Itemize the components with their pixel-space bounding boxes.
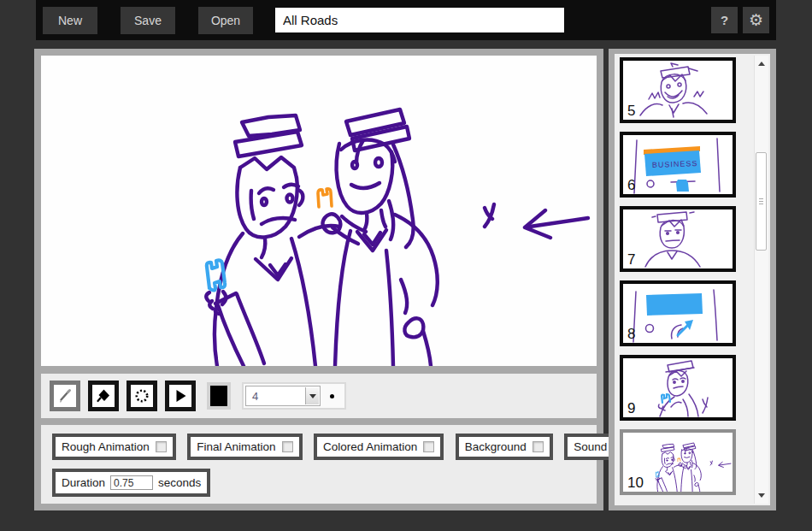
duration-box: Duration seconds — [52, 469, 210, 497]
pencil-icon — [56, 387, 74, 404]
frame-thumbnail-9[interactable]: 9 — [620, 355, 736, 421]
rough-animation-toggle[interactable]: Rough Animation — [52, 434, 176, 460]
colored-animation-toggle[interactable]: Colored Animation — [314, 434, 444, 460]
frame-number: 7 — [627, 251, 635, 268]
brush-size-value: 4 — [252, 390, 258, 403]
gear-icon: ⚙ — [749, 10, 763, 30]
frame-thumbnail-6[interactable]: BUSINESS 6 — [620, 132, 736, 198]
final-animation-toggle[interactable]: Final Animation — [187, 434, 302, 460]
rough-animation-label: Rough Animation — [62, 440, 150, 453]
play-icon — [172, 387, 189, 404]
editor-panel: 4 Rough Animation Final Animation Colore… — [34, 49, 603, 510]
scrollbar-grip — [759, 198, 763, 205]
new-button[interactable]: New — [43, 7, 97, 34]
final-animation-checkbox[interactable] — [282, 441, 293, 452]
duration-row: Duration seconds — [52, 469, 597, 497]
frame-number: 10 — [627, 475, 644, 492]
frame-thumbnail-7[interactable]: 7 — [620, 206, 736, 272]
duration-input[interactable] — [110, 475, 153, 490]
eraser-tool-button[interactable] — [88, 381, 119, 411]
frame-6-sketch: BUSINESS — [623, 135, 733, 194]
frames-scrollbar[interactable] — [754, 56, 768, 504]
color-swatch[interactable] — [207, 382, 231, 410]
current-frame-sketch — [41, 56, 597, 366]
pencil-tool-button[interactable] — [50, 381, 80, 411]
frame-8-sketch — [623, 284, 733, 343]
frame-5-sketch — [623, 61, 733, 120]
brush-dot-icon — [330, 394, 334, 398]
frame-number: 8 — [627, 326, 635, 343]
track-checkbox-row: Rough Animation Final Animation Colored … — [52, 434, 597, 460]
tools-toolbar: 4 — [41, 374, 597, 418]
top-toolbar: New Save Open ? ⚙ — [36, 0, 776, 40]
final-animation-label: Final Animation — [197, 440, 275, 453]
play-tool-button[interactable] — [165, 381, 196, 411]
frames-list: 5 BUSINESS 6 — [615, 54, 770, 505]
frame-6-caption: BUSINESS — [652, 159, 698, 169]
sound-label: Sound — [574, 440, 607, 453]
frames-sidebar: 5 BUSINESS 6 — [609, 49, 776, 510]
frame-9-sketch — [623, 358, 733, 417]
frame-number: 5 — [627, 103, 635, 120]
project-title-input[interactable] — [275, 8, 564, 32]
drawing-canvas[interactable] — [41, 56, 597, 366]
open-button[interactable]: Open — [198, 7, 253, 34]
brush-size-widget: 4 — [242, 382, 346, 410]
background-toggle[interactable]: Background — [456, 434, 553, 460]
colored-animation-label: Colored Animation — [323, 440, 417, 453]
spinner-icon — [133, 387, 150, 404]
background-label: Background — [465, 440, 527, 453]
save-button[interactable]: Save — [121, 7, 175, 34]
frame-number: 6 — [627, 177, 635, 194]
duration-unit-label: seconds — [158, 476, 201, 489]
background-checkbox[interactable] — [533, 441, 544, 452]
scrollbar-thumb[interactable] — [756, 152, 767, 251]
help-button[interactable]: ? — [711, 7, 738, 33]
spinner-tool-button[interactable] — [127, 381, 157, 411]
rough-animation-checkbox[interactable] — [156, 441, 167, 452]
tracks-panel: Rough Animation Final Animation Colored … — [41, 425, 597, 504]
scroll-up-icon[interactable] — [758, 62, 765, 66]
eraser-icon — [95, 387, 112, 404]
settings-button[interactable]: ⚙ — [743, 7, 769, 33]
frame-number: 9 — [627, 400, 635, 417]
brush-preview — [321, 394, 343, 398]
dropdown-arrow-button[interactable] — [305, 387, 319, 404]
brush-size-select[interactable]: 4 — [245, 386, 321, 406]
frame-7-sketch — [623, 209, 733, 268]
frame-thumbnail-10[interactable]: 10 — [620, 429, 736, 495]
chevron-down-icon — [309, 394, 316, 398]
duration-label: Duration — [62, 476, 105, 489]
colored-animation-checkbox[interactable] — [423, 441, 434, 452]
frame-thumbnail-8[interactable]: 8 — [620, 280, 736, 346]
scroll-down-icon[interactable] — [758, 493, 765, 498]
frame-thumbnail-5[interactable]: 5 — [620, 57, 736, 123]
